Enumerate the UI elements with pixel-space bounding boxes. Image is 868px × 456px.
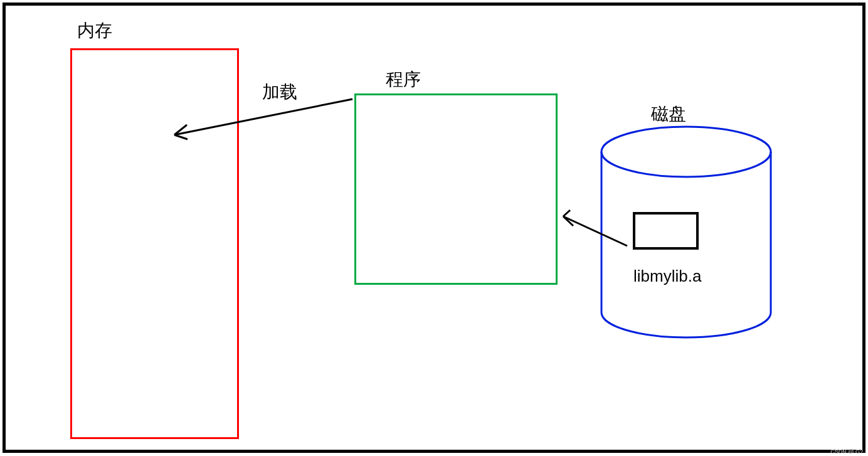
program-label: 程序 [386,68,421,92]
program-box [354,93,558,285]
memory-label: 内存 [77,19,112,43]
watermark: CSDN @ G? [830,448,863,455]
lib-file-label: libmylib.a [633,267,701,286]
lib-file-box [633,212,699,250]
memory-box [70,48,239,439]
disk-label: 磁盘 [651,102,686,126]
load-arrow-label: 加载 [262,80,297,104]
